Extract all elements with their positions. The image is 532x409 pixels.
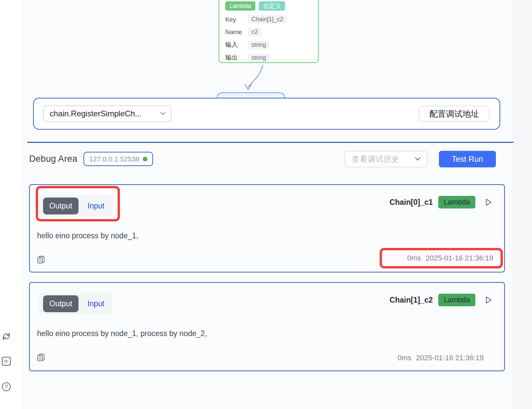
flow-node-card[interactable]: Lambda 自定义 Key Chain[1]_c2 Name c2 输入 st… xyxy=(219,0,319,63)
play-icon[interactable] xyxy=(484,198,493,207)
timing-info: 0ms 2025-01-16 21:36:19 xyxy=(407,254,493,263)
configure-debug-address-button[interactable]: 配置调试地址 xyxy=(419,106,490,122)
tab-output[interactable]: Output xyxy=(43,295,79,312)
duration: 0ms xyxy=(407,254,421,263)
right-panel-strip xyxy=(513,0,532,409)
play-icon[interactable] xyxy=(484,295,493,305)
timestamp: 2025-01-16 21:36:19 xyxy=(426,254,493,263)
timing-info: 0ms 2025-01-16 21:36:19 xyxy=(398,354,484,362)
left-icon-rail: 中 ? xyxy=(0,0,22,409)
output-text: hello eino process by node_1, xyxy=(37,231,138,240)
node-row-value: c2 xyxy=(248,28,261,36)
node-row-label: Name xyxy=(225,29,248,36)
node-type-badge: Lambda xyxy=(438,196,475,208)
debug-result-card: Output Input Chain[0]_c1 Lambda hello ei… xyxy=(29,184,505,272)
svg-text:?: ? xyxy=(5,383,8,390)
debug-area-title: Debug Area xyxy=(29,154,78,164)
tab-input[interactable]: Input xyxy=(87,299,104,308)
debug-history-placeholder: 查看调试历史 xyxy=(352,154,399,164)
node-badges: Lambda 自定义 xyxy=(225,1,313,11)
section-divider xyxy=(27,142,513,143)
test-run-button[interactable]: Test Run xyxy=(439,151,496,167)
tab-output[interactable]: Output xyxy=(43,198,79,214)
svg-text:中: 中 xyxy=(4,359,9,364)
node-custom-badge: 自定义 xyxy=(259,1,285,11)
copy-icon[interactable] xyxy=(36,353,45,362)
debug-history-select[interactable]: 查看调试历史 xyxy=(345,151,427,167)
debug-address: 127.0.0.1:52538 xyxy=(89,155,139,163)
output-input-tabs: Output Input xyxy=(43,295,104,312)
node-row-label: Key xyxy=(225,16,248,23)
chevron-down-icon xyxy=(415,157,421,161)
output-input-tabs: Output Input xyxy=(43,198,104,214)
chevron-down-icon xyxy=(160,112,166,116)
node-key-label: Chain[0]_c1 xyxy=(390,198,433,207)
timestamp: 2025-01-16 21:36:19 xyxy=(416,354,484,362)
node-row-input-type: 输入 string xyxy=(225,40,313,49)
node-row-name: Name c2 xyxy=(225,28,313,36)
card-header-right: Chain[1]_c2 Lambda xyxy=(390,294,493,306)
node-row-value: Chain[1]_c2 xyxy=(248,15,287,24)
annotation-box-timestamp: 0ms 2025-01-16 21:36:19 xyxy=(380,248,503,268)
node-row-label: 输入 xyxy=(225,40,248,49)
node-row-value: string xyxy=(248,41,270,49)
debug-result-card: Output Input Chain[1]_c2 Lambda hello ei… xyxy=(29,282,505,371)
refresh-icon[interactable] xyxy=(1,331,11,341)
card-header-right: Chain[0]_c1 Lambda xyxy=(390,196,493,208)
graph-select-value: chain.RegisterSimpleCh... xyxy=(50,109,141,118)
edge-arrow xyxy=(232,63,272,94)
node-type-badge: Lambda xyxy=(225,1,255,11)
language-icon[interactable]: 中 xyxy=(1,356,11,366)
debug-toolbar: chain.RegisterSimpleCh... 配置调试地址 xyxy=(33,98,500,130)
connection-status-dot xyxy=(143,157,147,161)
graph-select[interactable]: chain.RegisterSimpleCh... xyxy=(43,105,172,122)
output-text: hello eino process by node_1, process by… xyxy=(37,329,207,338)
node-type-badge: Lambda xyxy=(438,294,475,306)
help-icon[interactable]: ? xyxy=(1,382,11,392)
node-row-value: string xyxy=(248,54,270,62)
node-row-label: 输出 xyxy=(225,53,248,62)
duration: 0ms xyxy=(398,354,411,362)
debug-address-badge: 127.0.0.1:52538 xyxy=(83,152,153,166)
copy-icon[interactable] xyxy=(36,255,45,264)
node-row-key: Key Chain[1]_c2 xyxy=(225,15,313,24)
node-key-label: Chain[1]_c2 xyxy=(390,296,433,305)
tab-input[interactable]: Input xyxy=(87,202,104,210)
node-row-output-type: 输出 string xyxy=(225,53,313,62)
